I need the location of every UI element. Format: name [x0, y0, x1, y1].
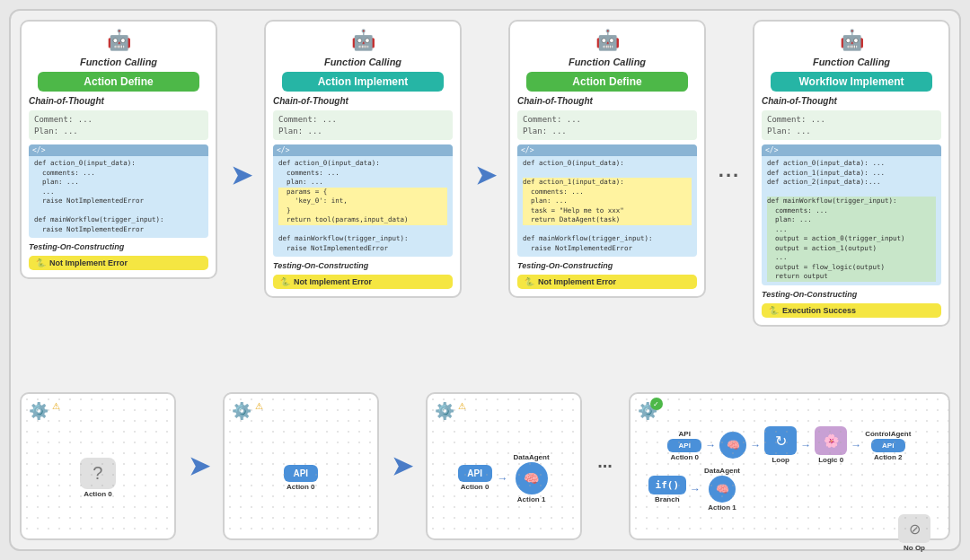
code-box-header-4: </>: [762, 144, 941, 156]
logic-node: 🌸 Logic 0: [815, 426, 847, 464]
c4l12: output = flow_logic(output): [767, 263, 936, 273]
workflow-card-3: ⚙️ ⚠ API Action 0 → DataAgent 🧠 Action 1: [426, 392, 582, 540]
action-btn-1[interactable]: Action Define: [38, 72, 199, 92]
data-agent-top: 🧠: [719, 432, 746, 459]
action-btn-2[interactable]: Action Implement: [282, 72, 444, 92]
bottom-dots: ···: [587, 456, 623, 477]
workflow-nodes-row-3: API Action 0 → DataAgent 🧠 Action 1: [458, 453, 550, 503]
chain-thought-label-4: Chain-of-Thought: [762, 96, 941, 106]
top-row: 🤖 Function Calling Action Define Chain-o…: [20, 20, 950, 385]
arrow-2: ➤: [467, 161, 503, 190]
python-icon-3: 🐍: [525, 277, 534, 286]
chain-line-1: Comment: ...: [34, 114, 203, 126]
c4l13: return output: [767, 272, 936, 282]
c2l8: [278, 225, 447, 235]
action0-node-1: ? Action 0: [80, 458, 116, 498]
arrow-icon-2: ➤: [475, 161, 496, 190]
complex-layout: API API Action 0 → 🧠 → ↻ Loop: [641, 426, 938, 552]
c2l4: params = {: [278, 188, 447, 197]
code-box-2: </> def action_0(input_data): comments: …: [273, 144, 453, 257]
data-agent-top-icon: 🧠: [719, 432, 746, 459]
cw-arrow4: →: [851, 439, 861, 451]
noop-node: ⊘ No Op: [898, 514, 930, 552]
gear-icon-2: ⚙️: [232, 401, 251, 421]
workflow-card-header-2: ⚙️ ⚠: [232, 401, 370, 421]
code-icon-1: </>: [32, 146, 45, 154]
testing-label-3: Testing-On-Constructing: [517, 261, 697, 270]
chain-line-7: Comment: ...: [767, 114, 936, 126]
c3l9: def mainWorkflow(trigger_input):: [523, 234, 692, 244]
error-badge-3: 🐍 Not Implement Error: [517, 275, 697, 289]
logic-icon: 🌸: [815, 426, 847, 455]
action0-node-2: API Action 0: [284, 465, 318, 491]
c3l3: def action_1(input_data):: [523, 178, 692, 188]
data-agent-mid-label: DataAgent: [704, 467, 740, 475]
code-box-1: </> def action_0(input_data): comments: …: [29, 144, 208, 238]
step-card-3: 🤖 Function Calling Action Define Chain-o…: [508, 20, 706, 298]
data-agent-label-above-3: DataAgent: [514, 453, 550, 461]
action-btn-4[interactable]: Workflow Implement: [771, 72, 932, 92]
step-card-2: 🤖 Function Calling Action Implement Chai…: [264, 20, 462, 298]
function-calling-4: Function Calling: [762, 57, 941, 67]
gear-icon-3: ⚙️: [435, 401, 454, 421]
chain-line-3: Comment: ...: [278, 114, 447, 126]
cw-arrow3: →: [800, 439, 811, 451]
workflow-card-header-4: ⚙️ ✓: [638, 401, 941, 421]
function-calling-2: Function Calling: [273, 57, 453, 67]
code-box-4: </> def action_0(input_data): ... def ac…: [762, 144, 941, 285]
dots-text: ···: [719, 164, 740, 188]
robot-icon-3: 🤖: [517, 29, 697, 52]
c2l7: return tool(params,input_data): [278, 215, 447, 225]
cl1: def action_0(input_data):: [34, 159, 203, 169]
noop-label: No Op: [904, 544, 925, 552]
api-action2-label: Action 2: [874, 453, 903, 461]
c4l6: comments: ...: [767, 206, 936, 216]
arrow-icon-1: ➤: [231, 161, 251, 190]
workflow-content-3: API Action 0 → DataAgent 🧠 Action 1: [435, 424, 573, 531]
cw-arrow5: →: [690, 483, 701, 495]
testing-label-1: Testing-On-Constructing: [29, 242, 208, 251]
chain-line-6: Plan: ...: [523, 126, 692, 137]
noop-icon: ⊘: [898, 514, 930, 543]
check-icon-4: ✓: [650, 398, 663, 410]
function-calling-3: Function Calling: [517, 57, 697, 67]
api-action2: ControlAgent API Action 2: [865, 430, 911, 461]
api-node-3: API: [458, 465, 492, 482]
gear-icon-1: ⚙️: [29, 401, 48, 421]
loop-icon: ↻: [764, 426, 797, 455]
c3l6: task = "Help me to xxx": [523, 206, 692, 216]
chain-line-2: Plan: ...: [34, 126, 203, 137]
bottom-row: ⚙️ ⚠ ? Action 0 ➤ ⚙️ ⚠ API: [20, 392, 950, 540]
c2l10: raise NotImplementedError: [278, 244, 447, 254]
c4l4: [767, 188, 936, 197]
arrow-1: ➤: [223, 161, 259, 190]
workflow-card-header-1: ⚙️ ⚠: [29, 401, 167, 421]
c2l1: def action_0(input_data):: [278, 159, 447, 169]
error-badge-1: 🐍 Not Implement Error: [29, 256, 208, 270]
question-node-1: ?: [80, 458, 116, 489]
chain-thought-box-4: Comment: ... Plan: ...: [762, 110, 941, 140]
code-box-header-2: </>: [273, 144, 453, 156]
cl3: plan: ...: [34, 178, 203, 188]
cw-row3: ⊘ No Op: [641, 514, 938, 552]
c2l6: }: [278, 206, 447, 216]
cl4: ...: [34, 188, 203, 197]
robot-icon-1: 🤖: [29, 29, 208, 52]
chain-line-8: Plan: ...: [767, 126, 936, 137]
c4l8: ...: [767, 225, 936, 235]
action-btn-3[interactable]: Action Define: [526, 72, 688, 92]
action1-node-3: DataAgent 🧠 Action 1: [514, 453, 550, 503]
bottom-dots-text: ···: [597, 456, 613, 477]
bottom-arrow-2: ➤: [384, 451, 420, 481]
cl7: def mainWorkflow(trigger_input):: [34, 215, 203, 225]
step-card-4: 🤖 Function Calling Workflow Implement Ch…: [753, 20, 950, 327]
logic-label: Logic 0: [818, 456, 843, 464]
if-icon: if(): [648, 476, 687, 494]
code-box-header-1: </>: [29, 144, 208, 156]
api-action0-label: Action 0: [670, 453, 699, 461]
cw-row2: if() Branch → DataAgent 🧠 Action 1: [641, 467, 938, 512]
chain-thought-label-1: Chain-of-Thought: [29, 96, 208, 106]
workflow-card-header-3: ⚙️ ⚠: [435, 401, 573, 421]
main-container: 🤖 Function Calling Action Define Chain-o…: [9, 9, 961, 551]
control-agent-label: ControlAgent: [865, 430, 911, 438]
